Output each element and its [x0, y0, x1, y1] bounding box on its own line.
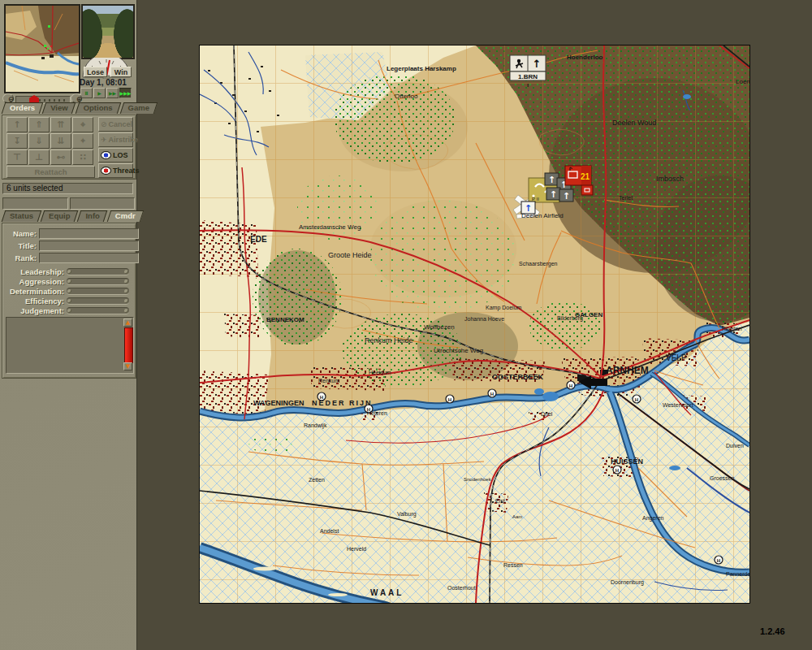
svg-text:H: H: [615, 468, 619, 473]
map-label: Zetten: [309, 477, 325, 483]
unit-para-1[interactable]: ↑: [545, 173, 559, 185]
los-label: LOS: [113, 151, 128, 159]
battle-map[interactable]: HHHHHHHH Legerplaats HarskampHoenderlooO…: [199, 45, 750, 604]
playback-controls: Ⅱ▶▶▶▶▶▶: [80, 88, 132, 98]
order-withdraw-button[interactable]: ⇊: [50, 133, 71, 149]
aggression-slider[interactable]: [67, 278, 129, 285]
tab-info[interactable]: Info: [79, 210, 106, 222]
map-label: Groote Heide: [328, 251, 372, 259]
map-label: Heelsum: [369, 370, 391, 375]
threats-label: Threats: [113, 167, 140, 175]
unit-name-box: [2, 197, 68, 210]
ferry-icon: H: [446, 395, 454, 403]
cancel-button[interactable]: ⊘Cancel: [98, 117, 133, 132]
fast-forward-button[interactable]: ▶▶: [106, 88, 119, 98]
map-label: Driel: [541, 411, 553, 417]
determination-slider[interactable]: [67, 288, 129, 295]
tab-options[interactable]: Options: [77, 102, 119, 114]
play-button[interactable]: ▶: [93, 88, 106, 98]
map-label: Hoenderloo: [567, 54, 603, 61]
tab-status-label: Status: [10, 211, 33, 220]
map-label: Loenen: [736, 78, 749, 85]
minimap[interactable]: [4, 4, 80, 93]
slider-row: Efficiency:: [4, 297, 134, 305]
unit-enemy-21[interactable]: 21: [565, 166, 591, 185]
order-hold-button[interactable]: ⊥: [28, 150, 50, 165]
threats-button[interactable]: Threats: [98, 163, 133, 178]
map-label: WAGENINGEN: [253, 399, 304, 407]
title-label: Title:: [4, 241, 39, 250]
terrain-photo: [81, 4, 135, 59]
airstrike-button[interactable]: ✈Airstrike: [98, 132, 133, 147]
order-disperse-button[interactable]: ∷: [72, 150, 93, 165]
cancel-icon: ⊘: [101, 120, 107, 128]
selection-status: 6 units selected: [2, 183, 133, 194]
scrollbar[interactable]: ▲ ▼: [123, 318, 132, 370]
reattach-button[interactable]: Reattach: [6, 166, 95, 178]
map-label: Otterloo: [395, 93, 418, 100]
orders-panel: ↑⇑⇈⌖↧⇓⇊✦⊤⊥⊷∷ Reattach ⊘Cancel✈AirstrikeL…: [2, 115, 136, 180]
order-assault-button[interactable]: ⇈: [50, 117, 71, 132]
title-field[interactable]: [39, 240, 139, 251]
leadership-slider[interactable]: [67, 268, 129, 275]
tab-equip[interactable]: Equip: [42, 210, 76, 222]
map-label: Snodenhoek: [464, 477, 492, 482]
unit-para-3[interactable]: ↑: [546, 188, 560, 200]
minimap-image: [6, 6, 79, 92]
map-label: Schaarsbergen: [519, 261, 558, 267]
order-dig-in-button[interactable]: ⇓: [28, 133, 50, 149]
map-label: Oosterhout: [447, 585, 476, 591]
order-attach-button[interactable]: ⊷: [50, 150, 71, 165]
ferry-icon: H: [633, 395, 641, 403]
map-label: ARNHEM: [606, 365, 649, 376]
unit-para-4[interactable]: ↑: [559, 189, 573, 202]
order-move-button[interactable]: ↑: [6, 117, 28, 132]
airstrike-label: Airstrike: [109, 136, 139, 144]
lose-button[interactable]: Lose: [84, 67, 107, 77]
rank-field[interactable]: [39, 253, 139, 263]
map-label: Herveld: [347, 546, 366, 552]
tab-orders[interactable]: Orders: [3, 102, 41, 114]
order-recon-button[interactable]: ⌖: [72, 117, 93, 132]
los-button[interactable]: LOS: [98, 148, 133, 162]
svg-text:H: H: [635, 397, 638, 402]
control-sidebar: Lose Win Day 1, 08:01 Ⅱ▶▶▶▶▶▶ ⊖ ⊕ Orders…: [0, 0, 137, 650]
map-label: Imbosch: [656, 175, 684, 183]
order-rest-button[interactable]: ✦: [72, 133, 93, 149]
tab-view[interactable]: View: [44, 102, 74, 114]
map-label: Ressen: [503, 562, 523, 568]
scroll-down-icon[interactable]: ▼: [123, 362, 132, 370]
map-label: Wolfhezen: [424, 323, 455, 331]
svg-text:↑: ↑: [550, 189, 557, 200]
ferry-icon: H: [567, 381, 575, 389]
judgement-slider[interactable]: [67, 307, 129, 314]
fastest-button[interactable]: ▶▶▶: [119, 88, 132, 98]
tab-cmdr[interactable]: Cmdr: [109, 210, 142, 222]
map-label: HUISSEN: [611, 457, 643, 466]
svg-text:H: H: [717, 558, 720, 563]
tab-status[interactable]: Status: [3, 210, 40, 222]
tab-game[interactable]: Game: [122, 102, 156, 114]
leadership-label: Leadership:: [4, 267, 67, 276]
unit-selected-unit[interactable]: ↑: [521, 202, 535, 214]
map-label: Amsterdamsche Weg: [299, 223, 361, 231]
map-label: Kamp Doelum: [486, 305, 522, 311]
field-row-name: Name:: [4, 228, 134, 239]
ferry-icon: H: [613, 466, 621, 474]
order-defend-button[interactable]: ↧: [6, 133, 28, 149]
unit-enemy-small[interactable]: [581, 185, 593, 195]
scroll-thumb[interactable]: [124, 327, 133, 363]
order-move-fast-button[interactable]: ⇑: [28, 117, 50, 132]
map-label: Legerplaats Harskamp: [387, 65, 456, 72]
win-button[interactable]: Win: [110, 67, 132, 77]
map-label: Duiven: [726, 443, 744, 448]
name-field[interactable]: [39, 228, 139, 239]
map-label: Doornenburg: [611, 579, 644, 586]
order-deploy-button[interactable]: ⊤: [6, 150, 28, 165]
map-label: Valburg: [397, 511, 417, 518]
main-tab-bar: OrdersViewOptionsGame: [1, 102, 156, 115]
unit-parent-box: [70, 197, 135, 210]
efficiency-slider[interactable]: [67, 297, 129, 305]
scroll-up-icon[interactable]: ▲: [123, 318, 132, 327]
map-label: Renkum Heide: [365, 336, 413, 344]
